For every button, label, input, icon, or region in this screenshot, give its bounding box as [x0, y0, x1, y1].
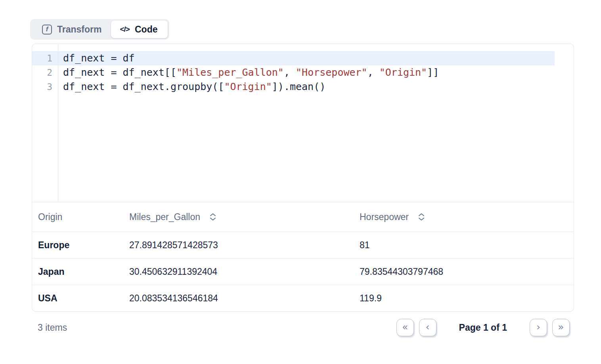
code-line-content: df_next = df [58, 51, 135, 65]
table-row: Japan30.45063291139240479.83544303797468 [32, 259, 574, 285]
column-header-label: Origin [38, 212, 62, 222]
line-number: 2 [32, 65, 58, 80]
cell-miles-per-gallon: 30.450632911392404 [123, 266, 354, 277]
table-body: Europe27.89142857142857381Japan30.450632… [32, 232, 574, 312]
tab-transform[interactable]: f Transform [32, 21, 111, 38]
code-line-content: df_next = df_next.groupby(["Origin"]).me… [58, 80, 325, 94]
code-line[interactable]: 2df_next = df_next[["Miles_per_Gallon", … [32, 65, 574, 80]
cell-horsepower: 79.83544303797468 [354, 266, 574, 277]
column-header-label: Horsepower [360, 212, 409, 222]
pagination: « ‹ Page 1 of 1 › » [396, 319, 570, 336]
items-count: 3 items [38, 322, 67, 333]
first-page-button[interactable]: « [396, 319, 414, 336]
code-editor[interactable]: 1df_next = df2df_next = df_next[["Miles_… [32, 44, 574, 202]
line-number: 3 [32, 80, 58, 94]
last-page-button[interactable]: » [552, 319, 570, 336]
last-page-icon: » [558, 321, 564, 333]
cell-miles-per-gallon: 20.083534136546184 [123, 293, 354, 304]
tab-code-label: Code [135, 24, 158, 35]
app-root: f Transform </> Code 1df_next = df2df_ne… [0, 0, 601, 364]
cell-origin: Japan [32, 266, 123, 277]
prev-page-button[interactable]: ‹ [419, 319, 436, 336]
column-header-horsepower[interactable]: Horsepower [354, 212, 574, 222]
sort-icon[interactable] [209, 213, 217, 221]
code-line-content: df_next = df_next[["Miles_per_Gallon", "… [58, 65, 439, 80]
function-icon: f [42, 25, 52, 34]
page-indicator: Page 1 of 1 [459, 322, 507, 333]
next-page-button[interactable]: › [530, 319, 547, 336]
result-table: OriginMiles_per_GallonHorsepower Europe2… [32, 202, 574, 312]
tab-code[interactable]: </> Code [111, 21, 168, 38]
prev-page-icon: ‹ [426, 321, 430, 333]
column-header-miles_per_gallon[interactable]: Miles_per_Gallon [123, 212, 354, 222]
table-footer: 3 items « ‹ Page 1 of 1 › » [32, 312, 574, 343]
cell-origin: Europe [32, 240, 123, 251]
table-row: Europe27.89142857142857381 [32, 232, 574, 259]
code-line[interactable]: 1df_next = df [32, 51, 574, 65]
table-header-row: OriginMiles_per_GallonHorsepower [32, 202, 574, 232]
sort-icon[interactable] [417, 213, 425, 221]
tab-transform-label: Transform [57, 24, 101, 35]
transform-panel: 1df_next = df2df_next = df_next[["Miles_… [32, 44, 574, 312]
code-line[interactable]: 3df_next = df_next.groupby(["Origin"]).m… [32, 80, 574, 94]
column-header-label: Miles_per_Gallon [129, 212, 200, 222]
column-header-origin: Origin [32, 212, 123, 222]
line-number: 1 [32, 51, 58, 65]
first-page-icon: « [402, 321, 408, 333]
code-icon: </> [120, 25, 129, 34]
cell-horsepower: 81 [354, 240, 574, 251]
cell-miles-per-gallon: 27.891428571428573 [123, 240, 354, 251]
cell-origin: USA [32, 293, 123, 304]
table-row: USA20.083534136546184119.9 [32, 285, 574, 312]
next-page-icon: › [536, 321, 540, 333]
view-toggle: f Transform </> Code [30, 19, 169, 40]
cell-horsepower: 119.9 [354, 293, 574, 304]
